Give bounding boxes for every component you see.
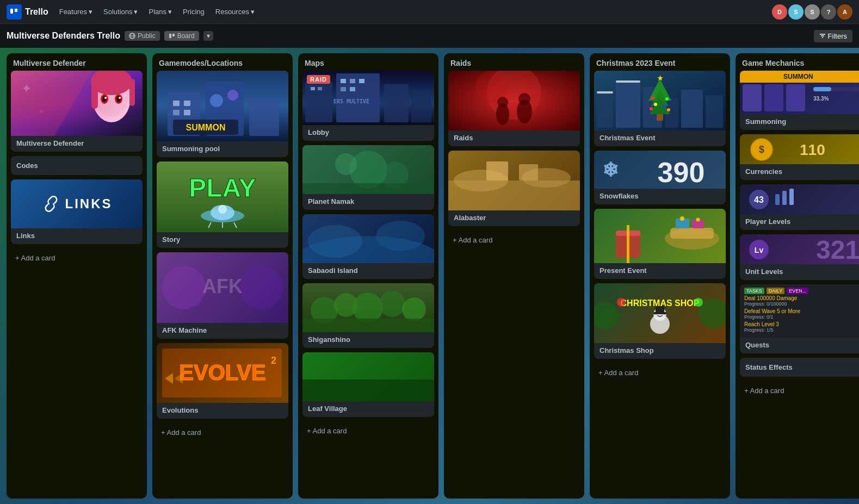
card-quests[interactable]: TASKS DAILY EVEN... Deal 100000 Damage P… xyxy=(740,284,859,353)
svg-point-17 xyxy=(101,94,108,104)
svg-marker-11 xyxy=(11,71,92,136)
svg-point-75 xyxy=(308,225,362,258)
svg-point-91 xyxy=(497,97,508,108)
svg-text:110: 110 xyxy=(800,141,825,158)
svg-point-76 xyxy=(376,221,425,251)
card-raids[interactable]: Raids xyxy=(448,71,580,146)
card-planet-namak[interactable]: Planet Namak xyxy=(302,145,434,210)
resources-nav-btn[interactable]: Resources xyxy=(211,5,259,18)
card-unit-levels[interactable]: 321 Lv Unit Levels xyxy=(740,234,859,280)
svg-point-82 xyxy=(402,297,426,321)
filters-button[interactable]: Filters xyxy=(814,30,852,42)
board-view-badge[interactable]: Board xyxy=(164,31,199,41)
svg-rect-65 xyxy=(341,87,346,91)
card-christmas-shop[interactable]: CHRISTMAS SHOP C xyxy=(594,283,726,359)
card-image xyxy=(302,145,434,194)
card-image: PLAY xyxy=(157,161,288,232)
svg-rect-161 xyxy=(782,191,787,205)
add-card-button[interactable]: + Add a card xyxy=(11,251,143,265)
avatar[interactable]: D xyxy=(772,4,787,20)
svg-text:✦: ✦ xyxy=(38,107,45,116)
card-image: CHRISTMAS SHOP xyxy=(594,283,726,343)
card-image: AFK xyxy=(157,252,288,323)
column-cards: SUMMON 33.3% Summoning xyxy=(736,71,859,381)
column-raids: Raids xyxy=(444,53,584,499)
pricing-nav-btn[interactable]: Pricing xyxy=(178,5,209,18)
plans-nav-btn[interactable]: Plans xyxy=(144,5,176,18)
svg-rect-147 xyxy=(743,84,762,111)
svg-rect-104 xyxy=(681,90,703,128)
card-summoning-pool[interactable]: SUMMON Summoning pool xyxy=(157,71,288,157)
avatar[interactable]: A xyxy=(837,4,852,20)
board-more-button[interactable]: ▾ xyxy=(203,31,213,41)
card-image: ★ xyxy=(594,71,726,130)
card-label: AFK Machine xyxy=(157,323,288,339)
svg-point-116 xyxy=(667,108,670,111)
card-status-effects[interactable]: Status Effects xyxy=(740,358,859,377)
svg-rect-58 xyxy=(384,84,409,122)
svg-point-137 xyxy=(694,298,703,307)
card-evolutions[interactable]: EVOLVE 2 Evolutions xyxy=(157,343,288,419)
svg-rect-60 xyxy=(311,87,315,90)
svg-text:Lv: Lv xyxy=(755,246,764,254)
card-player-levels[interactable]: 43 Player Levels xyxy=(740,184,859,230)
add-card-button[interactable]: + Add a card xyxy=(594,365,726,380)
card-image: 321 Lv xyxy=(740,234,859,264)
card-image: SUMMON 33.3% xyxy=(740,71,859,114)
card-label: Quests xyxy=(740,338,859,353)
avatar[interactable]: S xyxy=(805,4,820,20)
svg-point-92 xyxy=(518,93,530,105)
card-snowflakes[interactable]: ❄ 390 Snowflakes xyxy=(594,151,726,204)
card-sabaodi-island[interactable]: Sabaodi Island xyxy=(302,214,434,279)
add-card-button[interactable]: + Add a card xyxy=(157,425,288,440)
card-label: Raids xyxy=(448,130,580,146)
card-codes[interactable]: Codes xyxy=(11,156,143,175)
svg-point-14 xyxy=(91,71,132,95)
card-story[interactable]: PLAY Story xyxy=(157,161,288,248)
svg-point-47 xyxy=(239,266,283,309)
svg-rect-31 xyxy=(173,110,180,115)
solutions-nav-btn[interactable]: Solutions xyxy=(99,5,142,18)
card-links[interactable]: LINKS Links xyxy=(11,179,143,244)
add-card-button[interactable]: + Add a card xyxy=(302,424,434,438)
svg-point-18 xyxy=(115,94,122,104)
svg-rect-98 xyxy=(519,164,538,181)
svg-text:ERS MULTIVE: ERS MULTIVE xyxy=(333,98,369,104)
card-alabaster[interactable]: Alabaster xyxy=(448,151,580,226)
avatar[interactable]: S xyxy=(788,4,804,20)
card-afk-machine[interactable]: AFK AFK Machine xyxy=(157,252,288,339)
svg-point-19 xyxy=(102,96,107,102)
column-cards: Raids xyxy=(444,71,584,231)
quests-event-tab[interactable]: EVEN... xyxy=(787,288,808,294)
features-nav-btn[interactable]: Features xyxy=(55,5,97,18)
card-leaf-village[interactable]: Leaf Village xyxy=(302,352,434,417)
card-shiganshino[interactable]: Shiganshino xyxy=(302,283,434,348)
column-cards: RAID xyxy=(298,71,438,421)
svg-point-114 xyxy=(663,104,666,108)
card-multiverse-defender[interactable]: ✦ ✦ Multiverse Defender xyxy=(11,71,143,152)
svg-rect-30 xyxy=(184,101,190,106)
chevron-down-icon xyxy=(89,8,92,16)
public-badge[interactable]: Public xyxy=(125,31,160,41)
card-image: ❄ 390 xyxy=(594,151,726,189)
svg-rect-72 xyxy=(302,183,434,194)
card-lobby[interactable]: RAID xyxy=(302,71,434,141)
svg-point-36 xyxy=(227,90,238,101)
add-card-button[interactable]: + Add a card xyxy=(740,383,859,398)
card-currencies[interactable]: $ 110 Currencies xyxy=(740,134,859,180)
card-christmas-event[interactable]: ★ Christmas Event xyxy=(594,71,726,146)
card-summoning-gm[interactable]: SUMMON 33.3% Summoning xyxy=(740,71,859,130)
svg-point-136 xyxy=(617,298,626,307)
svg-point-111 xyxy=(651,96,654,99)
quests-daily-tab[interactable]: DAILY xyxy=(767,288,784,294)
svg-text:$: $ xyxy=(759,144,764,155)
svg-rect-66 xyxy=(350,87,355,91)
card-label: Present Event xyxy=(594,263,726,279)
svg-rect-97 xyxy=(486,161,508,181)
avatar[interactable]: ? xyxy=(821,4,836,20)
quests-tasks-tab[interactable]: TASKS xyxy=(744,288,764,294)
svg-rect-1 xyxy=(15,9,17,12)
trello-logo[interactable]: Trello xyxy=(7,4,48,20)
add-card-button[interactable]: + Add a card xyxy=(448,233,580,247)
card-present-event[interactable]: Present Event xyxy=(594,209,726,279)
